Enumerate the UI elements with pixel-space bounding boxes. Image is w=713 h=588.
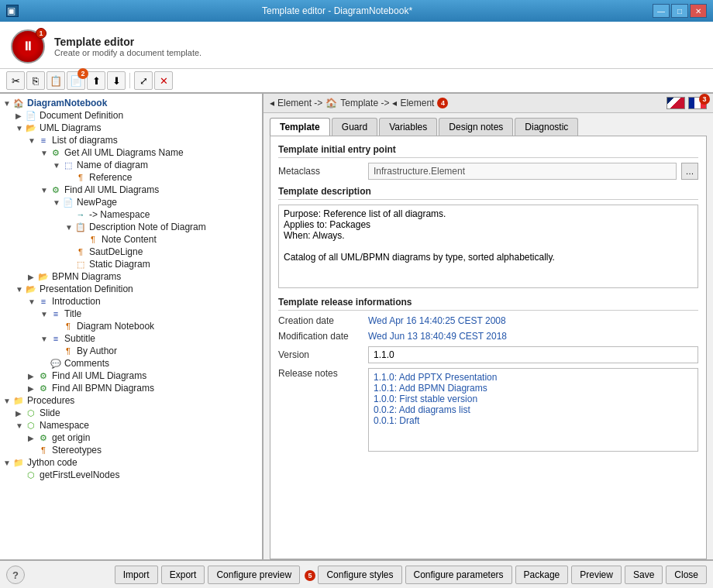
tree-item-slide[interactable]: ▶ ⬡ Slide xyxy=(0,407,262,419)
down-button[interactable]: ⬇ xyxy=(107,71,126,90)
icon-findalluml: ⚙ xyxy=(50,184,62,195)
tree-item-sautdeligne[interactable]: ¶ SautDeLigne xyxy=(0,246,262,258)
configure-parameters-button[interactable]: Configure parameters xyxy=(405,566,512,584)
icon-namespace2: ⬡ xyxy=(25,420,37,431)
tree-label-title: Title xyxy=(64,308,81,319)
tree-item-getalluml[interactable]: ▼ ⚙ Get All UML Diagrams Name xyxy=(0,146,262,159)
help-button[interactable]: ? xyxy=(6,566,25,584)
tree-item-intro[interactable]: ▼ ≡ Introduction xyxy=(0,295,262,308)
tree-arrow-findallbpmn[interactable]: ▶ xyxy=(28,384,37,393)
tab-diagnostic[interactable]: Diagnostic xyxy=(515,118,578,136)
tree-arrow-bpmn[interactable]: ▶ xyxy=(28,273,37,281)
tree-item-descnote[interactable]: ▼ 📋 Description Note of Diagram xyxy=(0,221,262,233)
tree-item-bpmn[interactable]: ▶ 📂 BPMN Diagrams xyxy=(0,270,262,283)
tree-item-notecontent[interactable]: ¶ Note Content xyxy=(0,233,262,246)
tree-arrow-subtitle[interactable]: ▼ xyxy=(40,335,50,343)
import-button[interactable]: Import xyxy=(115,566,158,584)
copy-button[interactable]: ⎘ xyxy=(26,71,45,90)
tree-arrow-getorigin[interactable]: ▶ xyxy=(28,434,37,442)
tree-arrow-docdef[interactable]: ▶ xyxy=(16,112,25,120)
maximize-button[interactable]: □ xyxy=(671,4,688,18)
tree-item-docdef[interactable]: ▶ 📄 Document Definition xyxy=(0,109,262,122)
save-button[interactable]: Save xyxy=(625,566,663,584)
tree-item-stereotypes[interactable]: ¶ Stereotypes xyxy=(0,444,262,456)
tree-arrow-jythoncode[interactable]: ▼ xyxy=(3,459,12,467)
icon-newpage: 📄 xyxy=(62,197,74,208)
tree-item-procedures[interactable]: ▼ 📁 Procedures xyxy=(0,394,262,407)
flag-badge-wrap: 3 xyxy=(666,97,707,109)
paste-button[interactable]: 📋 xyxy=(46,71,65,90)
tree-arrow-descnote[interactable]: ▼ xyxy=(65,223,74,232)
tree-item-jythoncode[interactable]: ▼ 📁 Jython code xyxy=(0,456,262,469)
tree-item-comments[interactable]: 💬 Comments xyxy=(0,357,262,370)
metaclass-row: Metaclass … xyxy=(278,163,698,180)
metaclass-input[interactable] xyxy=(368,163,677,180)
metaclass-label: Metaclass xyxy=(278,166,363,177)
cut-button[interactable]: ✂ xyxy=(6,71,25,90)
tree-arrow-findalluml2[interactable]: ▶ xyxy=(28,372,37,380)
tree-label-notecontent: Note Content xyxy=(102,234,157,245)
tree-item-findallbpmn[interactable]: ▶ ⚙ Find All BPMN Diagrams xyxy=(0,382,262,394)
tree-item-getorigin[interactable]: ▶ ⚙ get origin xyxy=(0,432,262,444)
app-icon: ▣ xyxy=(6,5,19,17)
tree-item-namespace[interactable]: → -> Namespace xyxy=(0,208,262,221)
nav-badge-3: 3 xyxy=(699,94,710,105)
tree-root[interactable]: ▼ 🏠 DiagramNotebook xyxy=(0,97,262,109)
minimize-button[interactable]: — xyxy=(653,4,670,18)
tab-variables[interactable]: Variables xyxy=(379,118,437,136)
close-button[interactable]: ✕ xyxy=(690,4,707,18)
delete-button[interactable]: ✕ xyxy=(154,71,173,90)
tree-arrow-namespace2[interactable]: ▼ xyxy=(16,421,25,430)
version-input[interactable] xyxy=(368,346,698,363)
tree-arrow-getalluml[interactable]: ▼ xyxy=(40,149,50,157)
flag-uk[interactable] xyxy=(666,97,685,109)
up-button[interactable]: ⬆ xyxy=(87,71,105,90)
metaclass-browse-button[interactable]: … xyxy=(681,163,698,180)
move-button[interactable]: ⤢ xyxy=(134,71,153,90)
release-notes-textarea[interactable] xyxy=(368,368,698,452)
tab-designnotes[interactable]: Design notes xyxy=(439,118,513,136)
tree-arrow-title[interactable]: ▼ xyxy=(40,310,50,318)
tree-item-getfirstlevel[interactable]: ⬡ getFirstLevelNodes xyxy=(0,469,262,481)
tree-item-staticdiagram[interactable]: ⬚ Static Diagram xyxy=(0,258,262,270)
modification-date-row: Modification date Wed Jun 13 18:40:49 CE… xyxy=(278,331,698,342)
package-button[interactable]: Package xyxy=(515,566,569,584)
configure-preview-button[interactable]: Configure preview xyxy=(208,566,300,584)
tree-arrow-intro[interactable]: ▼ xyxy=(28,297,37,306)
tree-arrow-presdef[interactable]: ▼ xyxy=(16,285,25,294)
tree-item-newpage[interactable]: ▼ 📄 NewPage xyxy=(0,196,262,208)
tree-arrow-newpage[interactable]: ▼ xyxy=(53,198,62,207)
tree-arrow-uml[interactable]: ▼ xyxy=(16,124,25,132)
tree-item-findalluml2[interactable]: ▶ ⚙ Find All UML Diagrams xyxy=(0,370,262,382)
tree-item-subtitle[interactable]: ▼ ≡ Subtitle xyxy=(0,332,262,345)
main-toolbar: ✂ ⎘ 📋 2 📄 ⬆ ⬇ ⤢ ✕ xyxy=(0,69,713,94)
tree-arrow-procedures[interactable]: ▼ xyxy=(3,397,12,405)
preview-button[interactable]: Preview xyxy=(571,566,622,584)
configure-styles-wrap: 5 Configure styles xyxy=(303,566,401,584)
tree-arrow-nameofdiag[interactable]: ▼ xyxy=(53,161,62,170)
export-button[interactable]: Export xyxy=(161,566,205,584)
tree-item-byauthor[interactable]: ¶ By Author xyxy=(0,345,262,357)
tree-item-title[interactable]: ▼ ≡ Title xyxy=(0,308,262,320)
description-textarea[interactable] xyxy=(278,205,698,288)
close-dialog-button[interactable]: Close xyxy=(666,566,707,584)
folder-icon-uml: 📂 xyxy=(25,122,37,133)
icon-findallbpmn: ⚙ xyxy=(37,383,50,394)
tab-template[interactable]: Template xyxy=(270,118,330,136)
tree-arrow-findalluml[interactable]: ▼ xyxy=(40,186,50,194)
tree-item-nameofdiag[interactable]: ▼ ⬚ Name of diagram xyxy=(0,159,262,171)
icon-descnote: 📋 xyxy=(74,222,87,232)
configure-styles-button[interactable]: Configure styles xyxy=(318,566,401,584)
tree-arrow-slide[interactable]: ▶ xyxy=(16,409,25,418)
tree-item-findalluml[interactable]: ▼ ⚙ Find All UML Diagrams xyxy=(0,184,262,196)
tree-item-reference[interactable]: ¶ Reference xyxy=(0,171,262,184)
tree-item-listdiag[interactable]: ▼ ≡ List of diagrams xyxy=(0,134,262,146)
tree-arrow-listdiag[interactable]: ▼ xyxy=(28,136,37,145)
tree-label-presdef: Presentation Definition xyxy=(40,284,133,294)
tree-item-presdef[interactable]: ▼ 📂 Presentation Definition xyxy=(0,283,262,295)
tree-arrow-root[interactable]: ▼ xyxy=(3,99,12,108)
tree-item-diagramnotebook[interactable]: ¶ Diagram Notebook xyxy=(0,320,262,332)
tree-item-uml[interactable]: ▼ 📂 UML Diagrams xyxy=(0,122,262,134)
tree-item-namespace2[interactable]: ▼ ⬡ Namespace xyxy=(0,419,262,432)
tab-guard[interactable]: Guard xyxy=(332,118,377,136)
